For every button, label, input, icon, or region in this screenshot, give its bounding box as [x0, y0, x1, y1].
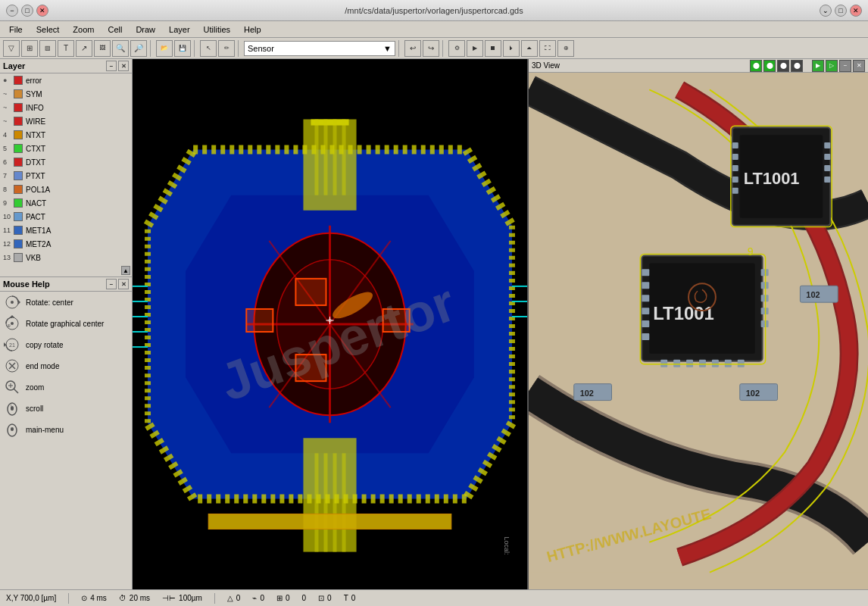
layer-row[interactable]: 10 PACT [0, 210, 132, 223]
menu-select[interactable]: Select [30, 23, 66, 36]
view-3d-panel: 3D View ⬤ ⬤ ⬤ ⬤ ▶ ▷ − ✕ [527, 59, 868, 589]
svg-rect-76 [732, 188, 738, 194]
rotate-center-label: Rotate: center [26, 298, 73, 307]
win-ctrl-1[interactable]: ⌄ [820, 5, 832, 17]
tb-btn3[interactable]: ⏹ [485, 40, 501, 57]
maximize-button[interactable]: □ [21, 5, 33, 17]
layer-row[interactable]: 5 CTXT [0, 142, 132, 155]
mouse-help-row: zoom [0, 376, 132, 398]
menu-layer[interactable]: Layer [163, 23, 196, 36]
win-ctrl-2[interactable]: □ [835, 5, 847, 17]
tb-zoom-in[interactable]: 🔍 [112, 40, 129, 57]
close-button[interactable]: ✕ [36, 5, 48, 17]
view3d-btn1[interactable]: ▶ [812, 60, 824, 72]
status-div2 [214, 593, 215, 604]
layer-name: PTXT [26, 172, 45, 180]
minimize-button[interactable]: − [6, 5, 18, 17]
tb-btn6[interactable]: ⛶ [539, 40, 556, 57]
scroll-area: ▲ [0, 264, 132, 276]
tb-zoom-out[interactable]: 🔎 [130, 40, 147, 57]
layer-color [14, 253, 23, 262]
layer-row[interactable]: 4 NTXT [0, 128, 132, 142]
layer-row[interactable]: 12 MET2A [0, 237, 132, 251]
tb-btn1[interactable]: ⚙ [448, 40, 465, 57]
layer-color [14, 198, 23, 208]
tb-select[interactable]: ▽ [3, 40, 20, 57]
view3d-btn2[interactable]: ▷ [826, 60, 838, 72]
layer-color [14, 144, 23, 153]
layer-row[interactable]: 7 PTXT [0, 169, 132, 183]
menu-file[interactable]: File [3, 23, 29, 36]
layer-row[interactable]: ~ SYM [0, 87, 132, 101]
status-time1: ⊙ 4 ms [81, 594, 107, 602]
view3d-dark1[interactable]: ⬤ [777, 60, 789, 72]
svg-text:9: 9 [748, 245, 754, 258]
tb-open[interactable]: 📂 [156, 40, 173, 57]
tb-image[interactable]: 🖼 [94, 40, 111, 57]
layer-row[interactable]: 6 DTXT [0, 155, 132, 169]
win-ctrl-3[interactable]: ✕ [850, 5, 862, 17]
layer-name: WIRE [26, 117, 45, 126]
tb-grid[interactable]: ⊞ [21, 40, 38, 57]
view3d-green2[interactable]: ⬤ [763, 60, 776, 72]
layer-row[interactable]: 8 POL1A [0, 183, 132, 196]
layer-row[interactable]: 13 VKB [0, 251, 132, 264]
end-mode-label: end mode [26, 362, 59, 370]
tb-save[interactable]: 💾 [174, 40, 191, 57]
tb-btn5[interactable]: ⏶ [521, 40, 538, 57]
status-div1 [68, 593, 69, 604]
scroll-icon: ↕ [3, 399, 21, 417]
clock-icon: ⊙ [81, 594, 87, 602]
sensor-dropdown[interactable]: Sensor ▼ [244, 41, 395, 56]
layer-name: SYM [26, 90, 42, 98]
mouse-help-close[interactable]: ✕ [118, 279, 129, 289]
mouse-help-row: end mode [0, 355, 132, 376]
view3d-dark2[interactable]: ⬤ [791, 60, 803, 72]
svg-text:⊕: ⊕ [7, 323, 11, 328]
layer-row[interactable]: 11 MET1A [0, 223, 132, 237]
layer-row[interactable]: 9 NACT [0, 196, 132, 210]
canvas-area[interactable]: Juspertor Local: 3D View ⬤ [133, 59, 868, 589]
view3d-close[interactable]: ✕ [853, 60, 865, 72]
layer-row[interactable]: ● error [0, 73, 132, 87]
ruler-icon: ⊣⊢ [162, 594, 176, 602]
layer-panel-close[interactable]: ✕ [118, 61, 129, 71]
menu-cell[interactable]: Cell [101, 23, 128, 36]
svg-rect-73 [732, 154, 738, 160]
svg-rect-89 [642, 333, 649, 340]
tb-arrow[interactable]: ↗ [76, 40, 92, 57]
menu-help[interactable]: Help [238, 23, 267, 36]
mouse-help-collapse[interactable]: − [106, 279, 117, 289]
layer-list: ● error ~ SYM ~ INFO ~ WIRE 4 [0, 73, 132, 264]
svg-rect-77 [824, 142, 830, 148]
layer-name: NTXT [26, 131, 45, 139]
tb-redo[interactable]: ↪ [423, 40, 439, 57]
svg-point-5 [11, 322, 14, 325]
scroll-label: scroll [26, 405, 43, 413]
tb-cursor[interactable]: ↖ [200, 40, 217, 57]
view3d-minimize[interactable]: − [839, 60, 851, 72]
rotate-center-icon [3, 293, 21, 311]
layer-name: PACT [26, 213, 45, 221]
menu-draw[interactable]: Draw [130, 23, 161, 36]
layer-color [14, 226, 23, 235]
tb-btn4[interactable]: ⏵ [503, 40, 520, 57]
layer-name: NACT [26, 199, 46, 208]
tb-btn7[interactable]: ⊕ [557, 40, 574, 57]
view3d-svg: LT1001 LT1001 [529, 73, 868, 589]
end-mode-icon [3, 357, 21, 375]
tb-text[interactable]: T [58, 40, 74, 57]
menu-zoom[interactable]: Zoom [67, 23, 100, 36]
menu-utilities[interactable]: Utilities [198, 23, 236, 36]
zoom-label: zoom [26, 383, 44, 392]
layer-row[interactable]: ~ WIRE [0, 114, 132, 128]
layer-panel-collapse[interactable]: − [106, 61, 117, 71]
tb-pattern[interactable]: ▨ [39, 40, 56, 57]
pcb-canvas[interactable]: Juspertor Local: [133, 59, 527, 589]
tb-undo[interactable]: ↩ [404, 40, 421, 57]
tb-edit[interactable]: ✏ [218, 40, 235, 57]
tb-btn2[interactable]: ▶ [467, 40, 483, 57]
layer-row[interactable]: ~ INFO [0, 101, 132, 114]
scroll-up[interactable]: ▲ [121, 266, 130, 275]
view3d-green1[interactable]: ⬤ [750, 60, 762, 72]
